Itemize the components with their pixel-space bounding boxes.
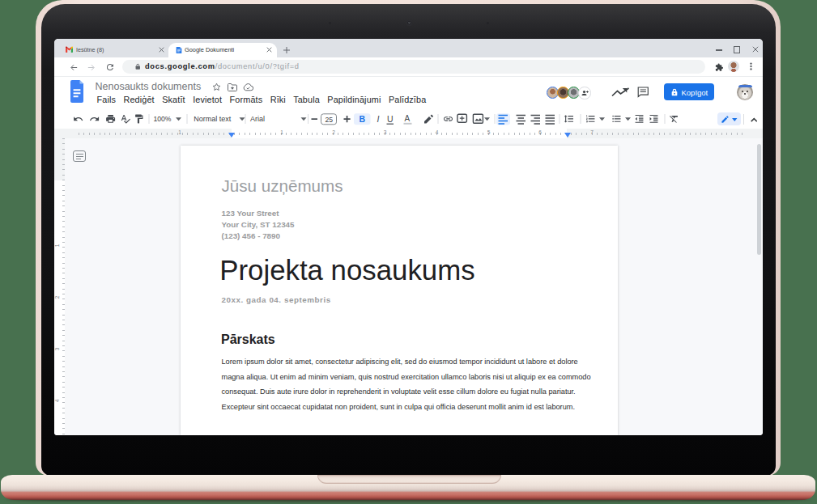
svg-text:U: U — [387, 114, 394, 124]
svg-text:100%: 100% — [153, 115, 171, 123]
svg-text:Normal text: Normal text — [194, 115, 232, 123]
svg-text:A: A — [404, 114, 410, 123]
svg-text:B: B — [359, 114, 365, 124]
svg-text:Arial: Arial — [250, 115, 265, 123]
svg-text:25: 25 — [325, 116, 333, 124]
svg-text:I: I — [377, 114, 379, 124]
